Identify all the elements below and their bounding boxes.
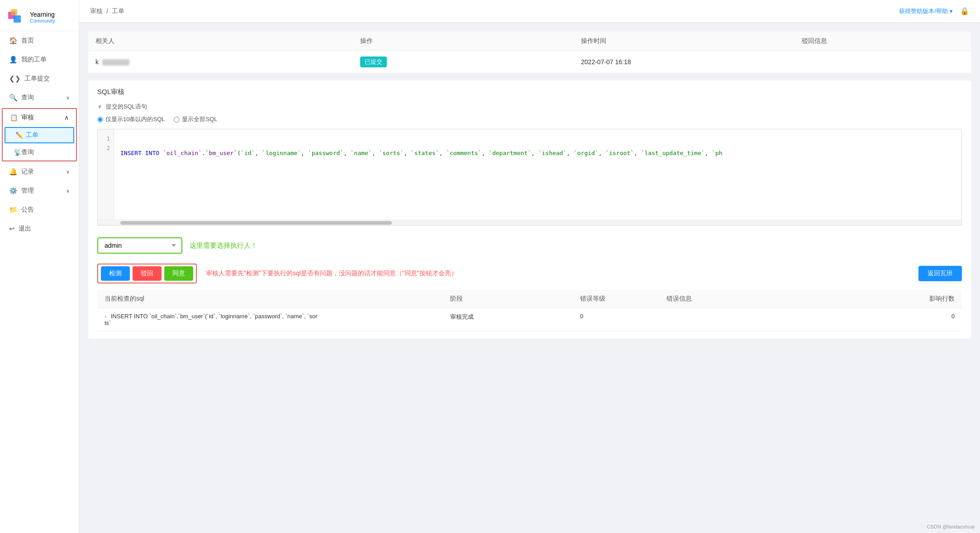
nav-logout[interactable]: ↩ 退出	[0, 219, 79, 238]
cell-operation: 已提交	[353, 51, 574, 73]
nav-my-orders[interactable]: 👤 我的工单	[0, 50, 79, 69]
breadcrumb-root: 审核	[90, 7, 103, 15]
col-time: 操作时间	[574, 32, 794, 51]
nav-home[interactable]: 🏠 首页	[0, 31, 79, 50]
executor-select-wrapper: admin	[97, 237, 182, 254]
sql-collapse-label: 提交的SQL语句	[106, 103, 147, 111]
svg-rect-2	[11, 9, 17, 15]
cell-person: k	[88, 51, 353, 73]
sql-section-title: SQL审核	[97, 88, 962, 96]
sql-card: SQL审核 ▼ 提交的SQL语句 仅显示10条以内的SQL 显示全部SQL	[88, 80, 971, 339]
executor-hint: 这里需要选择执行人！	[190, 241, 257, 250]
code-editor: 1 2 INSERT INTO `oil_chain`.`bm_user`(`i…	[97, 129, 962, 226]
lock-icon[interactable]: 🔒	[960, 7, 969, 15]
notice-icon: 📁	[9, 206, 18, 214]
check-col-error-info: 错误信息	[659, 290, 832, 308]
nav-audit-order[interactable]: ✏️ 工单	[5, 127, 74, 143]
check-col-error-level: 错误等级	[573, 290, 659, 308]
help-dropdown-arrow: ▾	[950, 8, 953, 14]
nav-logout-label: 退出	[19, 225, 31, 233]
app-subtitle: Community	[30, 18, 55, 24]
check-cell-sql: › INSERT INTO `oil_chain`.`bm_user`(`id`…	[97, 308, 443, 331]
person-blur	[102, 59, 129, 66]
nav-query-label: 查询	[21, 94, 34, 102]
nav-audit-query[interactable]: 📡 查询	[3, 144, 76, 160]
radio-all-input[interactable]	[174, 117, 180, 123]
approve-button[interactable]: 同意	[164, 266, 193, 281]
info-row: k 已提交 2022-07-07 16:18	[88, 51, 971, 73]
sql-collapse-header[interactable]: ▼ 提交的SQL语句	[97, 103, 962, 111]
col-person: 相关人	[88, 32, 353, 51]
line-num-2: 2	[98, 143, 114, 153]
action-section: 检测 驳回 同意 审核人需要先"检测"下要执行的sql是否有问题，没问题的话才能…	[88, 260, 971, 290]
col-reject: 驳回信息	[794, 32, 971, 51]
check-sql-text: INSERT INTO `oil_chain`.`bm_user`(`id`, …	[105, 313, 318, 326]
radio-all[interactable]: 显示全部SQL	[174, 115, 217, 123]
reject-button[interactable]: 驳回	[133, 266, 162, 281]
nav-audit-section: 📋 审核 ∧ ✏️ 工单 📡 查询	[2, 108, 77, 161]
header-right: 获得赞助版本/帮助 ▾ 🔒	[899, 7, 969, 15]
nav-audit-query-label: 查询	[21, 148, 34, 156]
collapse-arrow-icon: ▼	[97, 104, 102, 109]
code-line-1: INSERT INTO `oil_chain`.`bm_user`(`id`, …	[120, 148, 955, 158]
search-icon: 🔍	[9, 94, 18, 102]
nav-notice[interactable]: 📁 公告	[0, 200, 79, 219]
audit-arrow: ∧	[64, 114, 69, 121]
nav-submit-order[interactable]: ❮❯ 工单提交	[0, 69, 79, 88]
nav-audit-order-label: 工单	[26, 131, 38, 139]
logout-icon: ↩	[9, 225, 15, 233]
nav-audit[interactable]: 📋 审核 ∧	[3, 109, 76, 126]
check-results-card: 当前检查的sql 阶段 错误等级 错误信息 影响行数 › INSERT INTO…	[88, 290, 971, 339]
manage-arrow: ∨	[66, 188, 70, 194]
radio-limit10-label: 仅显示10条以内的SQL	[105, 115, 165, 123]
radio-limit10[interactable]: 仅显示10条以内的SQL	[97, 115, 165, 123]
nav-manage[interactable]: ⚙️ 管理 ∨	[0, 181, 79, 200]
check-col-sql: 当前检查的sql	[97, 290, 443, 308]
nav-records-label: 记录	[21, 168, 34, 176]
check-col-stage: 阶段	[443, 290, 573, 308]
sql-section: SQL审核 ▼ 提交的SQL语句 仅显示10条以内的SQL 显示全部SQL	[88, 80, 971, 233]
manage-icon: ⚙️	[9, 187, 18, 195]
nav-query[interactable]: 🔍 查询 ∨	[0, 88, 79, 107]
radio-limit10-input[interactable]	[97, 117, 103, 123]
code-content[interactable]: INSERT INTO `oil_chain`.`bm_user`(`id`, …	[114, 129, 961, 220]
check-cell-stage: 审核完成	[443, 308, 573, 331]
nav-manage-label: 管理	[21, 187, 34, 195]
cell-time: 2022-07-07 16:18	[574, 51, 794, 73]
records-icon: 🔔	[9, 168, 18, 176]
rss-icon: 📡	[14, 149, 21, 156]
person-icon: 👤	[9, 56, 18, 64]
action-hint: 审核人需要先"检测"下要执行的sql是否有问题，没问题的话才能同意（"同意"按钮…	[206, 269, 918, 278]
breadcrumb: 审核 / 工单	[90, 7, 124, 15]
executor-section: admin 这里需要选择执行人！	[88, 233, 971, 260]
executor-select[interactable]: admin	[99, 239, 181, 252]
horizontal-scrollbar[interactable]	[98, 220, 961, 225]
app-title: Yearning	[30, 11, 55, 18]
line-num-1: 1	[98, 134, 114, 143]
nav-my-orders-label: 我的工单	[21, 56, 47, 64]
check-cell-error-info	[659, 308, 832, 331]
records-arrow: ∨	[66, 169, 70, 175]
help-link[interactable]: 获得赞助版本/帮助 ▾	[899, 7, 953, 15]
return-button[interactable]: 返回瓦班	[918, 266, 962, 281]
logo-text: Yearning Community	[30, 11, 55, 24]
home-icon: 🏠	[9, 37, 18, 45]
logo-area: Yearning Community	[0, 0, 79, 31]
audit-icon: 📋	[10, 114, 18, 121]
check-cell-error-level: 0	[573, 308, 659, 331]
expand-arrow-icon[interactable]: ›	[105, 313, 106, 320]
person-name: k	[95, 58, 99, 66]
nav-records[interactable]: 🔔 记录 ∨	[0, 162, 79, 181]
top-header: 审核 / 工单 获得赞助版本/帮助 ▾ 🔒	[79, 0, 980, 23]
breadcrumb-current: 工单	[112, 7, 124, 15]
code-lines: 1 2 INSERT INTO `oil_chain`.`bm_user`(`i…	[98, 129, 961, 220]
submit-icon: ❮❯	[9, 75, 21, 83]
watermark: CSDN @fandaoshuai	[927, 524, 975, 529]
radio-group: 仅显示10条以内的SQL 显示全部SQL	[97, 115, 962, 123]
svg-rect-1	[14, 15, 21, 23]
check-button[interactable]: 检测	[101, 266, 130, 281]
check-col-affected: 影响行数	[832, 290, 962, 308]
scrollbar-thumb	[120, 221, 392, 225]
info-table: 相关人 操作 操作时间 驳回信息 k 已提交	[88, 32, 971, 73]
col-operation: 操作	[353, 32, 574, 51]
